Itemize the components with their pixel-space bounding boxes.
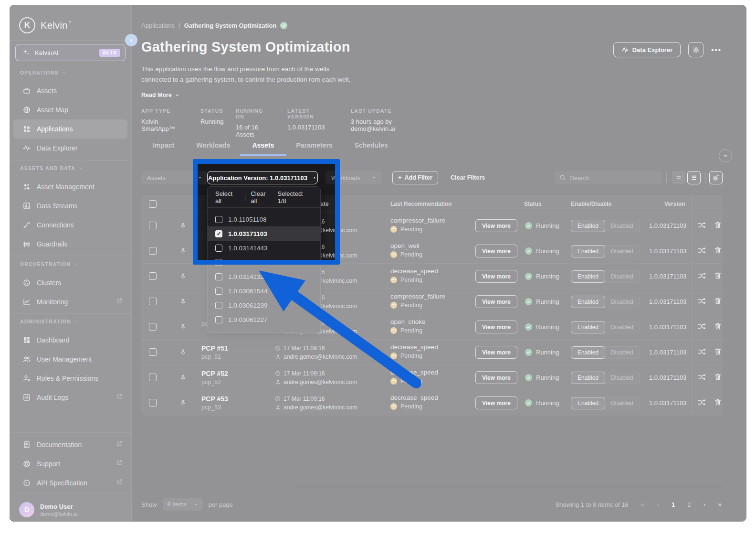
view-more-button[interactable]: View more — [475, 321, 517, 333]
version-option-1-0-03061239[interactable]: 1.0.03061239 — [208, 298, 320, 312]
pin-icon[interactable] — [179, 349, 187, 358]
row-checkbox[interactable] — [149, 374, 157, 381]
horizontal-scrollbar[interactable] — [296, 484, 722, 488]
table-settings-button[interactable] — [709, 171, 723, 184]
delete-icon[interactable] — [714, 246, 722, 256]
sidebar-section-operations[interactable]: OPERATIONS — [20, 70, 66, 75]
view-more-button[interactable]: View more — [475, 371, 517, 384]
tab-assets[interactable]: Assets — [252, 139, 274, 155]
comfortable-view-toggle[interactable] — [687, 171, 701, 184]
tab-impact[interactable]: Impact — [153, 139, 174, 155]
trend-icon[interactable] — [698, 322, 706, 332]
pin-icon[interactable] — [179, 374, 187, 383]
row-checkbox[interactable] — [149, 323, 157, 331]
enabled-button[interactable]: Enabled — [571, 346, 605, 359]
enabled-button[interactable]: Enabled — [571, 321, 605, 333]
trend-icon[interactable] — [698, 398, 706, 408]
sidebar-item-connections[interactable]: Connections — [13, 215, 127, 235]
assets-filter-dropdown[interactable]: Assets — [141, 171, 208, 184]
delete-icon[interactable] — [714, 272, 722, 281]
delete-icon[interactable] — [714, 221, 722, 230]
select-all-link[interactable]: Select all — [215, 190, 240, 204]
sidebar-item-clusters[interactable]: Clusters — [13, 273, 127, 292]
pin-icon[interactable] — [179, 323, 187, 332]
version-option-1-0-03141415[interactable]: 1.0.03141415 — [208, 255, 320, 269]
sidebar-item-documentation[interactable]: Documentation — [13, 435, 127, 454]
version-option-1-0-03061227[interactable]: 1.0.03061227 — [208, 312, 320, 327]
pin-icon[interactable] — [179, 298, 187, 307]
delete-icon[interactable] — [714, 373, 722, 382]
sidebar-section-assets-and-data[interactable]: ASSETS AND DATA — [20, 165, 83, 171]
view-more-button[interactable]: View more — [475, 245, 517, 257]
workloads-filter-dropdown[interactable]: Workloads — [326, 171, 382, 184]
pin-icon[interactable] — [179, 273, 187, 282]
trend-icon[interactable] — [698, 272, 706, 281]
sidebar-section-orchestration[interactable]: ORCHESTRATION — [20, 261, 78, 267]
sidebar-item-support[interactable]: Support — [13, 454, 127, 473]
disabled-button[interactable]: Disabled — [603, 220, 640, 232]
row-checkbox[interactable] — [149, 348, 157, 356]
sidebar-item-data-explorer[interactable]: Data Explorer — [13, 139, 127, 158]
first-page-button[interactable]: « — [641, 501, 645, 508]
row-checkbox[interactable] — [149, 247, 157, 255]
trend-icon[interactable] — [698, 348, 706, 357]
row-checkbox[interactable] — [149, 399, 157, 407]
page-1-button[interactable]: 1 — [672, 501, 675, 508]
add-filter-button[interactable]: + Add Filter — [392, 171, 438, 184]
disabled-button[interactable]: Disabled — [603, 372, 640, 384]
enabled-button[interactable]: Enabled — [571, 220, 605, 232]
page-2-button[interactable]: 2 — [687, 501, 691, 508]
enabled-button[interactable]: Enabled — [571, 296, 605, 308]
sidebar-item-guardrails[interactable]: Guardrails — [13, 235, 127, 254]
row-checkbox[interactable] — [149, 272, 157, 280]
view-more-button[interactable]: View more — [475, 396, 517, 409]
disabled-button[interactable]: Disabled — [603, 346, 640, 359]
trend-icon[interactable] — [698, 297, 706, 307]
version-option-1-0-03141325[interactable]: 1.0.03141325 — [208, 269, 320, 284]
delete-icon[interactable] — [714, 297, 722, 306]
asset-name[interactable]: PCP #53 — [201, 395, 228, 403]
user-profile[interactable]: D Demo User demo@kelvin.ai — [10, 498, 131, 522]
select-all-checkbox[interactable] — [149, 200, 157, 208]
more-options-button[interactable]: ••• — [711, 46, 722, 54]
tab-schedules[interactable]: Schedules — [355, 139, 388, 155]
clear-all-link[interactable]: Clear all — [251, 190, 273, 204]
version-option-1-0-03061544[interactable]: 1.0.03061544 — [208, 284, 320, 298]
settings-gear-button[interactable] — [688, 42, 704, 57]
view-more-button[interactable]: View more — [475, 346, 517, 359]
trend-icon[interactable] — [698, 246, 706, 256]
trend-icon[interactable] — [698, 373, 706, 383]
asset-name[interactable]: PCP #51 — [201, 344, 228, 352]
enabled-button[interactable]: Enabled — [571, 372, 605, 384]
disabled-button[interactable]: Disabled — [603, 321, 640, 333]
sidebar-item-applications[interactable]: Applications — [13, 119, 127, 139]
collapse-header-button[interactable] — [719, 149, 732, 162]
delete-icon[interactable] — [714, 348, 722, 357]
read-more-toggle[interactable]: Read More — [141, 92, 180, 98]
pin-icon[interactable] — [179, 222, 187, 231]
search-input[interactable] — [570, 174, 657, 182]
sidebar-item-assets[interactable]: Assets — [13, 81, 127, 100]
enabled-button[interactable]: Enabled — [571, 270, 605, 283]
version-option-1-0-03141443[interactable]: 1.0.03141443 — [208, 241, 320, 255]
data-explorer-button[interactable]: Data Explorer — [613, 42, 681, 57]
enabled-button[interactable]: Enabled — [571, 245, 605, 257]
enabled-button[interactable]: Enabled — [571, 397, 605, 409]
version-option-1-0-11051108[interactable]: 1.0.11051108 — [208, 212, 320, 226]
disabled-button[interactable]: Disabled — [603, 296, 640, 308]
sidebar-item-dashboard[interactable]: Dashboard — [13, 331, 127, 350]
view-more-button[interactable]: View more — [475, 219, 517, 232]
clear-filters-button[interactable]: Clear Filters — [451, 171, 485, 184]
sidebar-collapse-button[interactable]: ‹ — [125, 34, 137, 46]
pin-icon[interactable] — [179, 399, 187, 408]
compact-view-toggle[interactable] — [672, 171, 685, 184]
next-page-button[interactable]: › — [704, 501, 706, 508]
asset-name[interactable]: PCP #52 — [201, 370, 228, 377]
disabled-button[interactable]: Disabled — [603, 397, 640, 409]
tab-parameters[interactable]: Parameters — [296, 139, 332, 155]
disabled-button[interactable]: Disabled — [603, 245, 640, 257]
trend-icon[interactable] — [698, 221, 706, 231]
pin-icon[interactable] — [179, 247, 187, 257]
delete-icon[interactable] — [714, 322, 722, 332]
disabled-button[interactable]: Disabled — [603, 270, 640, 283]
